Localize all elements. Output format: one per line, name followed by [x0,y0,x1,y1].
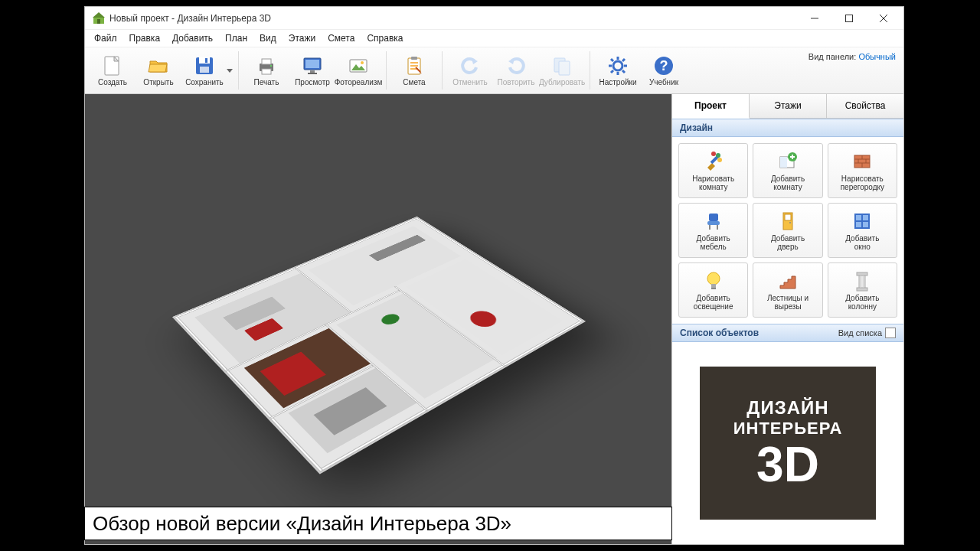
svg-rect-4 [845,15,852,21]
maximize-button[interactable] [831,8,866,29]
duplicate-icon [551,55,573,77]
titlebar: Новый проект - Дизайн Интерьера 3D [85,7,903,30]
add-light-button[interactable]: Добавитьосвещение [678,262,748,318]
stairs-icon [777,270,799,292]
list-mode-icon [885,328,896,338]
duplicate-button: Дублировать [540,49,584,92]
side-tabs: ПроектЭтажиСвойства [672,94,903,119]
list-view-mode[interactable]: Вид списка [838,328,896,338]
side-panel: ПроектЭтажиСвойства Дизайн Нарисоватьком… [671,94,903,544]
menu-item-файл[interactable]: Файл [88,31,123,45]
add-column-button[interactable]: Добавитьколонну [828,262,897,318]
clipboard-icon [403,55,425,77]
settings-button[interactable]: Настройки [596,49,640,92]
photoreal-button[interactable]: Фотореализм [336,49,381,92]
menu-item-смета[interactable]: Смета [322,31,361,45]
toolbar-separator [238,51,239,90]
toolbar-separator [590,51,590,90]
folder-icon [148,55,169,77]
draw-partition-button[interactable]: Нарисоватьперегородку [828,143,897,198]
viewport-3d[interactable] [85,94,671,544]
toolbar-separator [442,51,443,90]
app-logo-banner: ДИЗАЙН ИНТЕРЬЕРА 3D [700,367,876,520]
toolbar-separator [386,51,387,90]
print-button[interactable]: Печать [244,49,289,92]
objects-section-header: Список объектов Вид списка [672,324,903,342]
svg-marker-7 [227,69,233,73]
help-icon [653,55,675,77]
svg-marker-1 [93,12,105,18]
chair-icon [703,210,724,232]
column-icon [851,270,873,292]
file-icon [102,55,123,77]
panel-mode: Вид панели: Обычный [808,52,896,61]
printer-icon [256,55,277,77]
bricks-icon [851,151,873,172]
svg-rect-2 [97,19,100,24]
door-icon [777,210,799,232]
redo-icon [505,55,527,77]
toolbar: СоздатьОткрытьСохранитьПечатьПросмотрФот… [85,47,903,94]
brush-icon [703,151,724,172]
save-icon [194,55,215,77]
panel-mode-link[interactable]: Обычный [858,52,896,61]
window-title: Новый проект - Дизайн Интерьера 3D [109,13,797,24]
tab-этажи[interactable]: Этажи [750,94,827,118]
app-window: Новый проект - Дизайн Интерьера 3D ФайлП… [84,6,904,545]
video-caption: Обзор новой версии «Дизайн Интерьера 3D» [84,507,672,540]
minimize-button[interactable] [797,8,831,29]
menu-item-правка[interactable]: Правка [123,31,167,45]
save-dropdown[interactable] [226,67,234,73]
menu-item-план[interactable]: План [219,31,253,45]
undo-button: Отменить [448,49,492,92]
open-button[interactable]: Открыть [136,49,181,92]
monitor-icon [302,55,323,77]
close-button[interactable] [866,8,900,29]
object-list: ДИЗАЙН ИНТЕРЬЕРА 3D [672,342,903,544]
menu-item-добавить[interactable]: Добавить [166,31,219,45]
menu-item-этажи[interactable]: Этажи [283,31,322,45]
save-button[interactable]: Сохранить [182,49,227,92]
create-button[interactable]: Создать [90,49,135,92]
add-room-icon [777,151,799,172]
preview-button[interactable]: Просмотр [290,49,335,92]
estimate-button[interactable]: Смета [392,49,436,92]
add-room-button[interactable]: Добавитькомнату [753,143,822,198]
undo-icon [459,55,481,77]
draw-room-button[interactable]: Нарисоватькомнату [678,143,748,198]
bulb-icon [703,270,724,292]
menu-item-вид[interactable]: Вид [253,31,283,45]
design-tools-grid: НарисоватькомнатуДобавитькомнатуНарисова… [672,137,903,324]
redo-button: Повторить [494,49,538,92]
add-window-button[interactable]: Добавитьокно [828,203,897,258]
tab-проект[interactable]: Проект [672,94,750,119]
add-furniture-button[interactable]: Добавитьмебель [678,203,748,258]
menu-item-справка[interactable]: Справка [361,31,409,45]
menubar: ФайлПравкаДобавитьПланВидЭтажиСметаСправ… [85,30,903,47]
content-area: ПроектЭтажиСвойства Дизайн Нарисоватьком… [85,94,903,544]
window-icon [851,210,873,232]
app-icon [93,12,105,24]
tab-свойства[interactable]: Свойства [827,94,903,118]
photo-icon [348,55,369,77]
gear-icon [607,55,629,77]
add-door-button[interactable]: Добавитьдверь [753,203,822,258]
help-button[interactable]: Учебник [642,49,686,92]
design-section-header: Дизайн [672,119,903,137]
floorplan-render [100,112,657,527]
stairs-cut-button[interactable]: Лестницы ивырезы [753,262,822,318]
